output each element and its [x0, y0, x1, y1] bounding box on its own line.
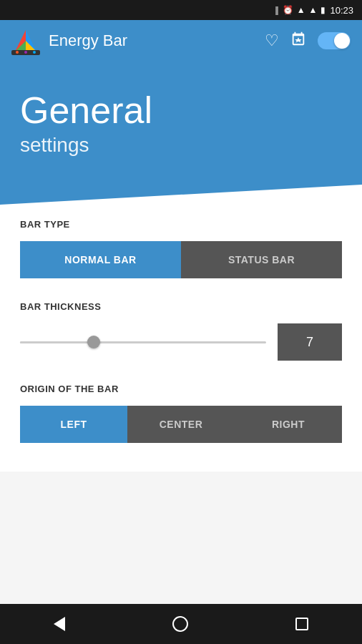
slider-thumb — [87, 336, 100, 348]
back-button[interactable] — [54, 617, 65, 631]
bar-type-label: BAR TYPE — [20, 219, 342, 230]
app-bar: Energy Bar ♡ — [0, 20, 362, 62]
favorite-icon[interactable]: ♡ — [265, 31, 279, 50]
header-content: General settings — [0, 62, 362, 157]
normal-bar-button[interactable]: NORMAL BAR — [20, 241, 181, 278]
content-area: BAR TYPE NORMAL BAR STATUS BAR BAR THICK… — [0, 205, 362, 472]
thickness-slider[interactable] — [20, 335, 266, 349]
battery-icon: ▮ — [321, 5, 326, 15]
home-button[interactable] — [172, 616, 188, 632]
svg-point-5 — [16, 51, 19, 54]
store-icon[interactable] — [290, 31, 306, 51]
origin-section: ORIGIN OF THE BAR LEFT CENTER RIGHT — [20, 384, 342, 443]
thickness-value: 7 — [278, 323, 342, 361]
status-bar-button[interactable]: STATUS BAR — [181, 241, 342, 278]
bar-type-buttons: NORMAL BAR STATUS BAR — [20, 241, 342, 278]
slider-track-filled — [20, 341, 94, 343]
alarm-icon: ⏰ — [283, 5, 293, 15]
bar-thickness-label: BAR THICKNESS — [20, 301, 342, 312]
origin-label: ORIGIN OF THE BAR — [20, 384, 342, 394]
app-logo — [11, 26, 40, 55]
app-bar-actions: ♡ — [265, 31, 351, 51]
signal2-icon: ▲ — [309, 5, 318, 15]
status-time: 10:23 — [330, 5, 353, 16]
header-section: General settings — [0, 62, 362, 205]
vibrate-icon: ‖ — [275, 5, 279, 15]
svg-point-6 — [24, 51, 27, 54]
header-title: General — [20, 90, 342, 131]
header-subtitle: settings — [20, 134, 342, 157]
center-button[interactable]: CENTER — [127, 406, 235, 443]
origin-buttons: LEFT CENTER RIGHT — [20, 406, 342, 443]
slider-row: 7 — [20, 323, 342, 361]
nav-bar — [0, 604, 362, 644]
bar-thickness-section: BAR THICKNESS 7 — [20, 301, 342, 361]
bar-type-section: BAR TYPE NORMAL BAR STATUS BAR — [20, 219, 342, 278]
recent-button[interactable] — [295, 618, 308, 630]
status-bar: ‖ ⏰ ▲ ▲ ▮ 10:23 — [0, 0, 362, 20]
svg-point-7 — [33, 51, 36, 54]
toggle-knob — [334, 33, 350, 49]
signal-icon: ▲ — [297, 5, 305, 15]
slider-track — [20, 341, 266, 343]
status-icons: ‖ ⏰ ▲ ▲ ▮ — [275, 5, 326, 15]
app-title: Energy Bar — [49, 31, 256, 50]
enable-toggle[interactable] — [318, 32, 351, 49]
right-button[interactable]: RIGHT — [235, 406, 342, 443]
left-button[interactable]: LEFT — [20, 406, 127, 443]
